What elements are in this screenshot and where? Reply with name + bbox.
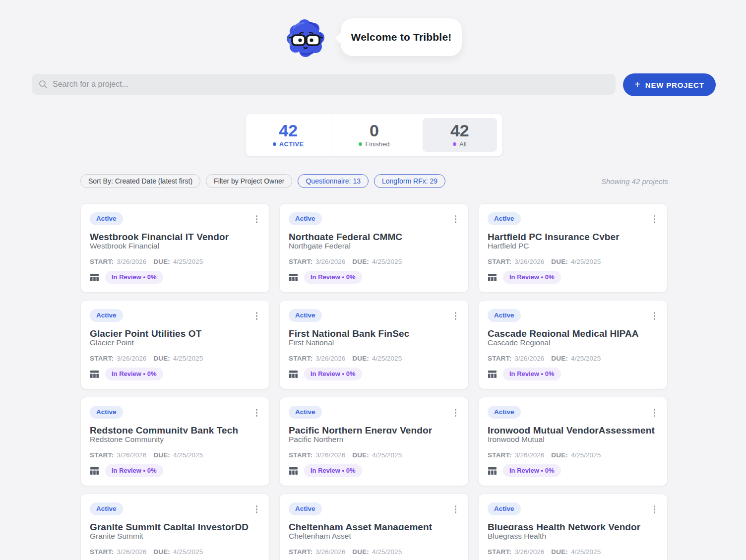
project-dates: START: 3/26/2026 DUE: 4/25/2025 — [289, 355, 459, 362]
project-dates: START: 3/26/2026 DUE: 4/25/2025 — [90, 355, 260, 362]
start-date: 3/26/2026 — [315, 258, 345, 265]
status-badge: Active — [289, 406, 322, 419]
project-card[interactable]: Active Glacier Point Utilities OT Glacie… — [80, 300, 270, 389]
search-icon — [39, 80, 48, 89]
table-icon — [289, 273, 298, 282]
project-title: Ironwood Mutual VendorAssessment — [488, 425, 658, 434]
start-label: START: — [90, 548, 114, 556]
project-subtitle: First National — [289, 338, 459, 347]
questionnaire-chip[interactable]: Questionnaire: 13 — [298, 174, 369, 188]
project-title: Granite Summit Capital InvestorDD — [90, 522, 260, 530]
start-date: 3/26/2026 — [315, 355, 345, 362]
status-badge: Active — [488, 406, 521, 419]
start-date: 3/26/2026 — [514, 355, 544, 362]
stat-label-text: ACTIVE — [279, 140, 304, 148]
start-date: 3/26/2026 — [117, 548, 146, 556]
start-date: 3/26/2026 — [514, 548, 544, 556]
stat-item[interactable]: 42 ACTIVE — [246, 114, 331, 156]
stat-value: 42 — [450, 122, 469, 139]
table-icon — [289, 370, 298, 379]
due-date: 4/25/2025 — [173, 355, 203, 362]
due-label: DUE: — [352, 548, 369, 556]
start-label: START: — [488, 258, 511, 265]
kebab-menu-icon[interactable] — [253, 503, 261, 515]
project-subtitle: Cascade Regional — [488, 338, 658, 347]
kebab-menu-icon[interactable] — [253, 310, 261, 322]
start-label: START: — [90, 451, 114, 459]
due-label: DUE: — [352, 355, 369, 362]
start-date: 3/26/2026 — [117, 355, 146, 362]
stat-item[interactable]: 0 Finished — [331, 114, 417, 156]
start-date: 3/26/2026 — [514, 258, 544, 265]
start-label: START: — [289, 548, 312, 556]
project-card[interactable]: Active Redstone Community Bank Tech Reds… — [80, 397, 270, 486]
project-card[interactable]: Active Cheltenham Asset Management Chelt… — [279, 494, 469, 560]
start-label: START: — [289, 451, 312, 459]
start-date: 3/26/2026 — [514, 451, 544, 459]
project-subtitle: Bluegrass Health — [488, 532, 658, 541]
due-label: DUE: — [352, 258, 369, 265]
kebab-menu-icon[interactable] — [253, 407, 261, 419]
due-date: 4/25/2025 — [372, 258, 402, 265]
stat-dot-icon — [273, 142, 276, 146]
progress-status-pill: In Review • 0% — [304, 464, 362, 477]
kebab-menu-icon[interactable] — [452, 213, 460, 225]
kebab-menu-icon[interactable] — [651, 213, 659, 225]
kebab-menu-icon[interactable] — [452, 503, 460, 515]
status-badge: Active — [90, 309, 123, 322]
due-date: 4/25/2025 — [571, 355, 601, 362]
project-card[interactable]: Active Granite Summit Capital InvestorDD… — [80, 494, 270, 560]
progress-status-pill: In Review • 0% — [304, 368, 362, 380]
project-card[interactable]: Active First National Bank FinSec First … — [279, 300, 469, 389]
sort-by-chip[interactable]: Sort By: Created Date (latest first) — [80, 174, 200, 188]
project-card[interactable]: Active Pacific Northern Energy Vendor Pa… — [279, 397, 469, 486]
due-date: 4/25/2025 — [372, 451, 402, 459]
kebab-menu-icon[interactable] — [651, 407, 659, 419]
stat-item[interactable]: 42 All — [417, 114, 502, 156]
stat-dot-icon — [359, 142, 362, 146]
kebab-menu-icon[interactable] — [651, 503, 659, 515]
project-card[interactable]: Active Bluegrass Health Network Vendor B… — [478, 494, 668, 560]
status-badge: Active — [488, 212, 521, 225]
project-dates: START: 3/26/2026 DUE: 4/25/2025 — [289, 258, 459, 265]
new-project-button[interactable]: + NEW PROJECT — [623, 73, 716, 96]
project-subtitle: Ironwood Mutual — [488, 435, 658, 444]
due-label: DUE: — [153, 355, 170, 362]
project-card[interactable]: Active Ironwood Mutual VendorAssessment … — [478, 397, 668, 486]
kebab-menu-icon[interactable] — [253, 213, 261, 225]
due-date: 4/25/2025 — [372, 548, 402, 556]
start-date: 3/26/2026 — [117, 451, 146, 459]
due-date: 4/25/2025 — [571, 548, 601, 556]
welcome-header: Welcome to Tribble! — [0, 0, 746, 69]
project-dates: START: 3/26/2026 DUE: 4/25/2025 — [90, 258, 260, 265]
project-title: First National Bank FinSec — [289, 328, 459, 337]
table-icon — [90, 273, 99, 282]
kebab-menu-icon[interactable] — [651, 310, 659, 322]
progress-status-pill: In Review • 0% — [105, 464, 163, 477]
kebab-menu-icon[interactable] — [452, 407, 460, 419]
project-search-bar[interactable] — [32, 74, 616, 95]
status-badge: Active — [90, 212, 123, 225]
project-card[interactable]: Active Hartfield PC Insurance Cyber Hart… — [478, 203, 668, 293]
project-dates: START: 3/26/2026 DUE: 4/25/2025 — [90, 451, 260, 459]
project-title: Bluegrass Health Network Vendor — [488, 522, 658, 530]
progress-status-pill: In Review • 0% — [503, 464, 561, 477]
project-card[interactable]: Active Northgate Federal CMMC Northgate … — [279, 203, 469, 293]
due-date: 4/25/2025 — [173, 258, 203, 265]
project-subtitle: Redstone Community — [90, 435, 260, 444]
kebab-menu-icon[interactable] — [452, 310, 460, 322]
filter-owner-chip[interactable]: Filter by Project Owner — [206, 174, 292, 188]
project-title: Glacier Point Utilities OT — [90, 328, 260, 337]
project-card[interactable]: Active Westbrook Financial IT Vendor Wes… — [80, 203, 270, 293]
due-label: DUE: — [551, 355, 568, 362]
project-card[interactable]: Active Cascade Regional Medical HIPAA Ca… — [478, 300, 668, 389]
status-badge: Active — [90, 502, 123, 515]
project-title: Hartfield PC Insurance Cyber — [488, 232, 658, 240]
project-subtitle: Cheltenham Asset — [289, 532, 459, 541]
search-input[interactable] — [53, 80, 609, 89]
project-subtitle: Granite Summit — [90, 532, 260, 541]
stat-label-text: Finished — [365, 140, 389, 148]
project-subtitle: Glacier Point — [90, 338, 260, 347]
due-label: DUE: — [551, 258, 568, 265]
longform-rfx-chip[interactable]: Longform RFx: 29 — [374, 174, 445, 188]
